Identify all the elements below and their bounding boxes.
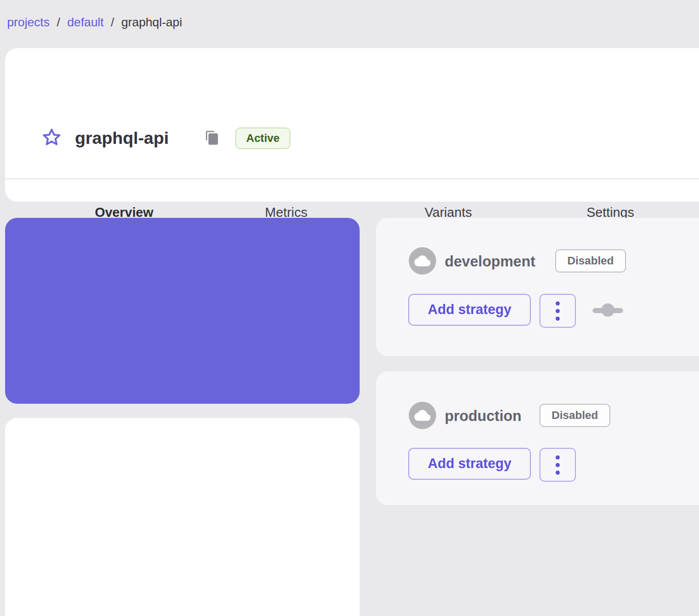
kebab-dot [556, 301, 560, 305]
environment-name: production [445, 408, 521, 425]
environment-menu-button[interactable] [539, 448, 576, 482]
enabled-environments-card: Enabled in environments (0) ? developmen… [5, 418, 360, 616]
cloud-icon [409, 402, 436, 429]
toggle-info-card: Release toggle Project: default No descr… [5, 218, 360, 404]
breadcrumb-separator: / [111, 15, 114, 29]
cloud-icon [409, 247, 436, 275]
environment-status-badge: Disabled [539, 404, 610, 427]
breadcrumb: projects / default / graphql-api [7, 15, 182, 29]
kebab-dot [556, 317, 560, 321]
kebab-dot [556, 455, 560, 459]
breadcrumb-link-projects[interactable]: projects [7, 15, 50, 29]
environment-card-development: development Disabled Add strategy [376, 218, 699, 356]
environment-card-production: production Disabled Add strategy [376, 371, 699, 505]
environment-status-badge: Disabled [555, 249, 626, 273]
environment-menu-button[interactable] [539, 294, 576, 328]
breadcrumb-current: graphql-api [121, 15, 182, 29]
feature-header-row: graphql-api Active [5, 48, 699, 130]
environment-name: development [445, 253, 535, 270]
strategy-slider-icon [593, 303, 623, 317]
kebab-dot [556, 463, 560, 467]
page-title: graphql-api [75, 128, 169, 148]
kebab-dot [556, 471, 560, 475]
favorite-star-icon[interactable] [41, 127, 63, 149]
status-badge: Active [236, 128, 290, 149]
slider-knob [601, 303, 614, 317]
add-strategy-button[interactable]: Add strategy [408, 448, 531, 480]
breadcrumb-link-default[interactable]: default [67, 15, 104, 29]
copy-name-icon[interactable] [205, 129, 220, 146]
kebab-dot [556, 309, 560, 313]
breadcrumb-separator: / [57, 15, 60, 29]
add-strategy-button[interactable]: Add strategy [408, 294, 531, 326]
feature-header-card: graphql-api Active Overview Metrics Vari… [5, 48, 699, 202]
